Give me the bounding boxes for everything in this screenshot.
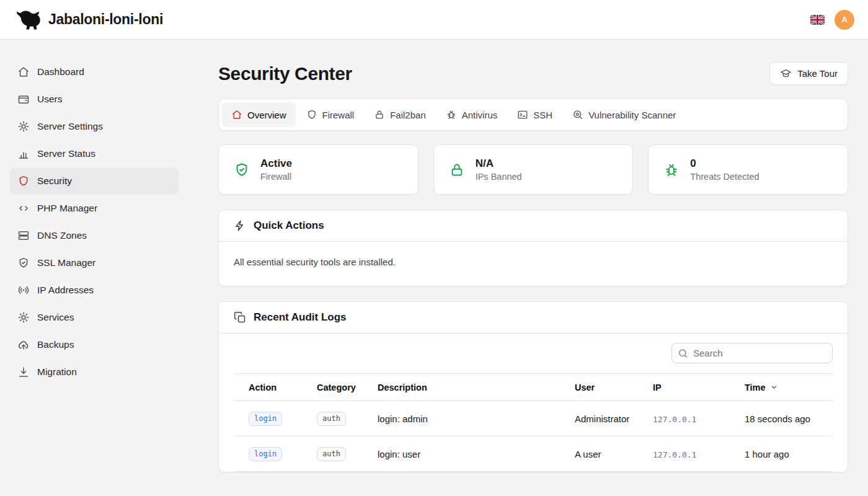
stat-value: 0 <box>690 157 759 170</box>
tab-label: SSH <box>533 110 552 120</box>
main-content: Security Center Take Tour OverviewFirewa… <box>188 40 868 496</box>
shield-icon <box>17 175 30 187</box>
app-header: Jabaloni-loni-loni A <box>0 0 868 40</box>
stat-label: IPs Banned <box>476 172 522 182</box>
home-icon <box>17 66 30 78</box>
tab-ssh[interactable]: SSH <box>508 102 562 127</box>
time-cell: 18 seconds ago <box>730 401 833 436</box>
gear-icon <box>17 311 30 324</box>
category-badge: auth <box>317 412 346 426</box>
audit-logs-card: Recent Audit Logs ActionCategoryDescript… <box>218 301 848 472</box>
stats-row: ActiveFirewallN/AIPs Banned0Threats Dete… <box>218 144 848 195</box>
brand: Jabaloni-loni-loni <box>14 9 163 30</box>
stat-value: N/A <box>476 157 522 170</box>
column-header-action: Action <box>234 374 302 401</box>
sidebar-item-security[interactable]: Security <box>10 167 179 195</box>
ip-cell: 127.0.0.1 <box>638 401 730 436</box>
sidebar: DashboardUsersServer SettingsServer Stat… <box>0 40 188 496</box>
category-badge: auth <box>317 447 346 461</box>
terminal-icon <box>517 109 528 120</box>
sidebar-item-label: Security <box>37 175 72 187</box>
page-title: Security Center <box>218 63 352 84</box>
tab-fail2ban[interactable]: Fail2ban <box>365 102 435 127</box>
bug-icon <box>663 162 680 178</box>
stat-label: Threats Detected <box>690 172 759 182</box>
user-avatar[interactable]: A <box>835 10 854 30</box>
sidebar-item-ssl-manager[interactable]: SSL Manager <box>10 249 179 277</box>
user-cell: A user <box>560 436 638 472</box>
tab-overview[interactable]: Overview <box>222 102 296 127</box>
sidebar-item-server-settings[interactable]: Server Settings <box>10 113 179 140</box>
stat-card-threats-detected: 0Threats Detected <box>648 144 848 195</box>
column-header-time[interactable]: Time <box>730 374 833 401</box>
uk-flag-icon[interactable] <box>810 15 825 25</box>
sidebar-item-label: Migration <box>37 366 77 378</box>
shield-check-icon <box>17 257 30 269</box>
sidebar-item-label: Dashboard <box>37 66 84 78</box>
shield-check-icon <box>234 162 250 178</box>
stat-card-firewall: ActiveFirewall <box>218 144 418 195</box>
user-cell: Administrator <box>560 401 638 436</box>
sidebar-item-label: Backups <box>37 339 74 350</box>
sidebar-item-ip-addresses[interactable]: IP Addresses <box>10 277 179 304</box>
tab-firewall[interactable]: Firewall <box>297 102 364 127</box>
audit-logs-table: ActionCategoryDescriptionUserIPTime logi… <box>234 373 833 472</box>
quick-actions-message: All essential security tools are install… <box>234 257 833 267</box>
ip-cell: 127.0.0.1 <box>638 436 730 472</box>
sidebar-item-users[interactable]: Users <box>10 86 179 113</box>
code-icon <box>17 202 30 215</box>
wallet-icon <box>17 93 30 105</box>
zap-icon <box>234 219 246 232</box>
take-tour-button[interactable]: Take Tour <box>769 62 848 85</box>
sidebar-item-label: Server Settings <box>37 121 103 132</box>
gear-icon <box>17 120 30 133</box>
sidebar-item-label: SSL Manager <box>37 257 95 268</box>
column-header-description: Description <box>363 374 560 401</box>
sidebar-item-backups[interactable]: Backups <box>10 331 179 358</box>
search-input[interactable] <box>671 343 833 363</box>
tab-antivirus[interactable]: Antivirus <box>436 102 507 127</box>
sidebar-item-dns-zones[interactable]: DNS Zones <box>10 222 179 249</box>
bar-chart-icon <box>17 148 30 160</box>
chevron-down-icon <box>769 383 779 392</box>
take-tour-label: Take Tour <box>797 68 838 79</box>
graduation-cap-icon <box>780 68 792 79</box>
stat-value: Active <box>260 157 292 170</box>
search-box <box>671 343 833 363</box>
table-row: loginauthlogin: adminAdministrator127.0.… <box>234 401 833 436</box>
sidebar-item-services[interactable]: Services <box>10 304 179 331</box>
sidebar-item-label: DNS Zones <box>37 230 87 241</box>
sidebar-item-label: Server Status <box>37 148 95 159</box>
sidebar-item-label: IP Addresses <box>37 285 94 296</box>
sidebar-item-label: Services <box>37 312 74 323</box>
sidebar-item-server-status[interactable]: Server Status <box>10 140 179 167</box>
description-cell: login: admin <box>363 401 560 436</box>
tab-label: Overview <box>247 110 286 120</box>
cloud-upload-icon <box>17 339 30 351</box>
header-actions: A <box>810 10 854 30</box>
security-tabs: OverviewFirewallFail2banAntivirusSSHVuln… <box>218 99 848 131</box>
sidebar-item-migration[interactable]: Migration <box>10 358 179 386</box>
quick-actions-card: Quick Actions All essential security too… <box>218 210 848 286</box>
sidebar-item-dashboard[interactable]: Dashboard <box>10 58 179 86</box>
tab-label: Fail2ban <box>390 110 426 120</box>
tab-label: Antivirus <box>462 110 498 120</box>
server-icon <box>17 229 30 242</box>
quick-actions-title: Quick Actions <box>254 219 324 232</box>
action-badge: login <box>249 412 282 426</box>
tab-vulnerability-scanner[interactable]: Vulnerability Scanner <box>563 102 685 127</box>
scan-search-icon <box>572 109 583 120</box>
radio-icon <box>17 284 30 296</box>
sidebar-item-php-manager[interactable]: PHP Manager <box>10 195 179 222</box>
shield-icon <box>306 109 317 120</box>
stat-card-ips-banned: N/AIPs Banned <box>433 144 634 195</box>
column-header-user: User <box>560 374 638 401</box>
stat-label: Firewall <box>260 172 292 182</box>
sidebar-item-label: PHP Manager <box>37 203 97 214</box>
description-cell: login: user <box>363 436 560 472</box>
action-badge: login <box>249 447 282 461</box>
home-icon <box>231 109 242 120</box>
sidebar-item-label: Users <box>37 94 62 105</box>
bug-icon <box>446 109 457 120</box>
table-row: loginauthlogin: userA user127.0.0.11 hou… <box>234 436 833 472</box>
